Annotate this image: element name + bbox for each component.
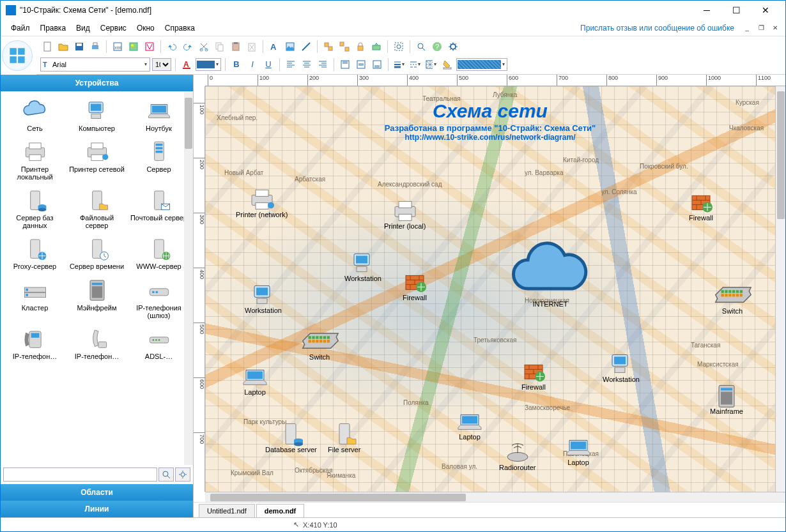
group-button[interactable] [321, 40, 335, 54]
font-color-button[interactable]: A [180, 57, 194, 72]
mdi-restore-icon[interactable]: ❐ [756, 23, 766, 33]
settings-button[interactable] [446, 40, 460, 54]
mdi-minimize-icon[interactable]: _ [742, 23, 752, 33]
menu-file[interactable]: Файл [6, 22, 35, 34]
image-tool-button[interactable] [283, 40, 297, 54]
device-item-server-db[interactable]: Сервер баз данных [4, 185, 65, 232]
tab-untitled[interactable]: Untitled1.ndf [199, 504, 255, 517]
menu-service[interactable]: Сервис [95, 22, 132, 34]
device-item-printer-net[interactable]: Принтер сетевой [66, 136, 127, 183]
line-tool-button[interactable] [299, 40, 313, 54]
maximize-button[interactable]: ☐ [721, 1, 751, 20]
node-db[interactable]: Database server [265, 423, 317, 453]
undo-button[interactable] [165, 40, 179, 54]
device-item-mainframe[interactable]: Мэйнфрейм [66, 275, 127, 322]
node-laptop2[interactable]: Laptop [454, 411, 485, 441]
bold-button[interactable]: B [229, 57, 243, 72]
menu-view[interactable]: Вид [71, 22, 95, 34]
font-size-select[interactable]: 10 [152, 58, 171, 71]
print-button[interactable] [88, 40, 102, 54]
diagram-canvas[interactable]: Новый АрбатТеатральнаяЛубянкаАрбатскаяАл… [205, 86, 775, 492]
node-workstation1[interactable]: Workstation [344, 252, 381, 282]
node-firewall2[interactable]: Firewall [686, 192, 716, 222]
node-laptop3[interactable]: Laptop [563, 436, 594, 466]
node-switch1[interactable]: Switch [297, 321, 342, 361]
cut-button[interactable] [197, 40, 211, 54]
underline-button[interactable]: U [261, 57, 275, 72]
areas-header[interactable]: Области [1, 484, 193, 501]
device-item-cloud[interactable]: Сеть [4, 95, 65, 135]
device-item-cluster[interactable]: Кластер [4, 275, 65, 322]
ungroup-button[interactable] [337, 40, 351, 54]
device-item-laptop[interactable]: Ноутбук [128, 95, 189, 135]
node-printer_net[interactable]: Printer (network) [236, 188, 288, 218]
node-firewall1[interactable]: Firewall [399, 271, 430, 301]
menu-edit[interactable]: Правка [35, 22, 72, 34]
node-internet[interactable]: INTERNET [512, 246, 589, 308]
save-button[interactable] [72, 40, 86, 54]
node-firewall3[interactable]: Firewall [518, 361, 549, 391]
node-printer_loc[interactable]: Printer (local) [384, 200, 426, 230]
node-file[interactable]: File server [328, 423, 360, 453]
valign-bottom-button[interactable] [370, 57, 384, 72]
menu-window[interactable]: Окно [132, 22, 160, 34]
node-mainframe[interactable]: Mainframe [710, 385, 743, 415]
node-radiorouter[interactable]: Radiorouter [499, 441, 536, 471]
search-button[interactable] [158, 467, 174, 482]
fg-color-button[interactable]: ▾ [196, 58, 221, 71]
pattern-button[interactable]: ▾ [424, 57, 438, 72]
fit-button[interactable] [392, 40, 406, 54]
node-switch2[interactable]: Switch [710, 275, 755, 315]
scan-button[interactable] [369, 40, 383, 54]
copy-button[interactable] [213, 40, 227, 54]
italic-button[interactable]: I [245, 57, 259, 72]
delete-button[interactable] [245, 40, 259, 54]
node-workstation3[interactable]: Workstation [603, 353, 640, 383]
open-button[interactable] [56, 40, 70, 54]
export-visio-button[interactable] [143, 40, 157, 54]
line-width-button[interactable]: ▾ [392, 57, 406, 72]
text-tool-button[interactable]: A [267, 40, 281, 54]
device-item-server-time[interactable]: Сервер времени [66, 233, 127, 273]
device-item-server[interactable]: Сервер [128, 136, 189, 183]
tab-demo[interactable]: demo.ndf [256, 504, 305, 517]
devices-header[interactable]: Устройства [1, 75, 193, 91]
mdi-close-icon[interactable]: ✕ [770, 23, 780, 33]
font-name-input[interactable] [52, 59, 142, 70]
device-item-ipphone[interactable]: IP-телефон… [4, 323, 65, 363]
export-xml-button[interactable]: xml [111, 40, 125, 54]
minimize-button[interactable]: ─ [692, 1, 721, 20]
paste-button[interactable] [229, 40, 243, 54]
device-item-pc[interactable]: Компьютер [66, 95, 127, 135]
device-item-server-file[interactable]: Файловый сервер [66, 185, 127, 232]
font-family-select[interactable]: T ▾ [40, 57, 150, 72]
align-left-button[interactable] [284, 57, 298, 72]
device-item-server-proxy[interactable]: Proxy-сервер [4, 233, 65, 273]
device-item-server-mail[interactable]: Почтовый сервер [128, 185, 189, 232]
feedback-link[interactable]: Прислать отзыв или сообщение об ошибке [580, 24, 738, 33]
align-center-button[interactable] [300, 57, 314, 72]
align-right-button[interactable] [316, 57, 330, 72]
new-button[interactable] [40, 40, 54, 54]
valign-top-button[interactable] [338, 57, 352, 72]
lock-button[interactable] [353, 40, 367, 54]
menu-help[interactable]: Справка [160, 22, 200, 34]
node-laptop1[interactable]: Laptop [240, 366, 270, 396]
device-item-adsl[interactable]: ADSL-… [128, 323, 189, 363]
search-input[interactable] [3, 467, 157, 482]
canvas-vscroll[interactable] [775, 86, 785, 492]
export-image-button[interactable] [127, 40, 141, 54]
fill-style-select[interactable]: ▾ [456, 58, 507, 71]
close-button[interactable]: ✕ [751, 1, 780, 20]
device-item-server-www[interactable]: WWW-сервер [128, 233, 189, 273]
device-item-voip-gw[interactable]: IP-телефония (шлюз) [128, 275, 189, 322]
device-item-ipphone2[interactable]: IP-телефон… [66, 323, 127, 363]
bg-color-button[interactable] [440, 57, 454, 72]
node-workstation2[interactable]: Workstation [245, 284, 282, 314]
lines-header[interactable]: Линии [1, 501, 193, 517]
line-style-button[interactable]: ▾ [408, 57, 422, 72]
canvas-hscroll[interactable] [205, 492, 785, 502]
redo-button[interactable] [181, 40, 195, 54]
device-item-printer[interactable]: Принтер локальный [4, 136, 65, 183]
valign-middle-button[interactable] [354, 57, 368, 72]
